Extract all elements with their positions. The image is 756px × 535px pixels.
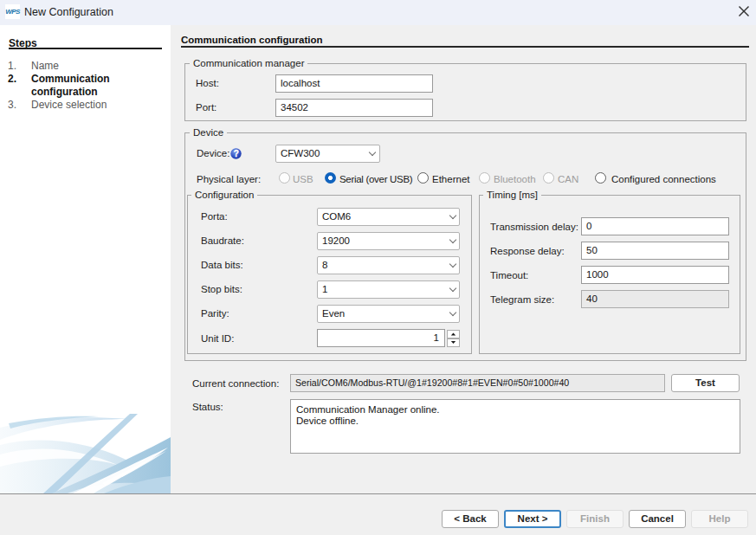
svg-text:?: ?: [234, 149, 239, 158]
